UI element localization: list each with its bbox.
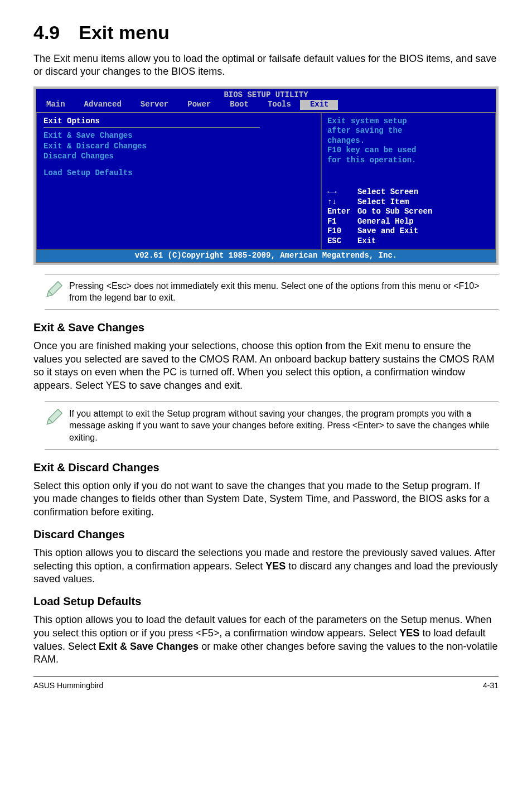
bios-help-pane: Exit system setup after saving the chang… bbox=[321, 113, 496, 250]
bios-key-row: ↑↓Select Item bbox=[327, 197, 490, 207]
bios-help-line: F10 key can be used bbox=[327, 146, 490, 156]
pencil-icon bbox=[45, 408, 69, 430]
bios-option-exit-discard: Exit & Discard Changes bbox=[43, 142, 314, 152]
subheading-discard: Discard Changes bbox=[33, 527, 499, 542]
note-block: Pressing <Esc> does not immediately exit… bbox=[45, 274, 499, 310]
bios-key: ↑↓ bbox=[327, 197, 357, 207]
subheading-exit-save: Exit & Save Changes bbox=[33, 320, 499, 335]
bios-tab-server: Server bbox=[130, 100, 177, 110]
bios-key: ESC bbox=[327, 236, 357, 247]
page-footer: ASUS Hummingbird 4-31 bbox=[33, 677, 499, 691]
pencil-icon bbox=[45, 280, 69, 302]
bios-tab-exit: Exit bbox=[300, 100, 338, 110]
bios-key-row: F1General Help bbox=[327, 217, 490, 227]
subheading-exit-discard: Exit & Discard Changes bbox=[33, 460, 499, 475]
paragraph: Once you are finished making your select… bbox=[33, 340, 499, 393]
bios-key: F10 bbox=[327, 226, 357, 236]
bold-exit-save: Exit & Save Changes bbox=[99, 641, 199, 652]
bios-key-row: F10Save and Exit bbox=[327, 226, 490, 236]
bios-key: F1 bbox=[327, 217, 357, 227]
bios-tab-advanced: Advanced bbox=[74, 100, 130, 110]
bios-tab-boot: Boot bbox=[220, 100, 258, 110]
bios-help-line: for this operation. bbox=[327, 156, 490, 166]
bios-options-header: Exit Options bbox=[43, 117, 314, 127]
bios-title: BIOS SETUP UTILITY bbox=[36, 89, 496, 100]
section-lead: The Exit menu items allow you to load th… bbox=[33, 52, 499, 79]
bios-key-desc: Save and Exit bbox=[357, 226, 418, 235]
section-number: 4.9 bbox=[33, 22, 60, 43]
bios-help-line: after saving the bbox=[327, 126, 490, 136]
bios-key-desc: Go to Sub Screen bbox=[357, 207, 432, 216]
bios-copyright: v02.61 (C)Copyright 1985-2009, American … bbox=[36, 250, 496, 262]
bios-option-exit-save: Exit & Save Changes bbox=[43, 131, 314, 141]
bios-inner: BIOS SETUP UTILITY Main Advanced Server … bbox=[36, 89, 496, 263]
paragraph: This option allows you to load the defau… bbox=[33, 613, 499, 666]
bios-tabs: Main Advanced Server Power Boot Tools Ex… bbox=[36, 100, 496, 112]
bios-key-row: EnterGo to Sub Screen bbox=[327, 207, 490, 217]
bios-screenshot: BIOS SETUP UTILITY Main Advanced Server … bbox=[33, 86, 499, 265]
bios-key-desc: Exit bbox=[357, 236, 376, 245]
subheading-load-defaults: Load Setup Defaults bbox=[33, 594, 499, 609]
bios-key-row: ←→Select Screen bbox=[327, 187, 490, 197]
note-block: If you attempt to exit the Setup program… bbox=[45, 402, 499, 450]
bios-key: ←→ bbox=[327, 187, 357, 197]
bios-tab-power: Power bbox=[177, 100, 220, 110]
section-heading: 4.9Exit menu bbox=[33, 20, 499, 46]
bios-key-desc: General Help bbox=[357, 217, 414, 226]
bios-key-desc: Select Screen bbox=[357, 187, 418, 196]
paragraph: Select this option only if you do not wa… bbox=[33, 480, 499, 519]
bios-key: Enter bbox=[327, 207, 357, 217]
bios-help-line: Exit system setup bbox=[327, 117, 490, 127]
bios-keys: ←→Select Screen ↑↓Select Item EnterGo to… bbox=[327, 187, 490, 246]
note-text: Pressing <Esc> does not immediately exit… bbox=[69, 280, 499, 304]
bios-body: Exit Options Exit & Save Changes Exit & … bbox=[36, 112, 496, 250]
bios-option-load-defaults: Load Setup Defaults bbox=[43, 168, 314, 178]
note-text: If you attempt to exit the Setup program… bbox=[69, 408, 499, 444]
footer-product: ASUS Hummingbird bbox=[33, 680, 103, 691]
bios-key-row: ESCExit bbox=[327, 236, 490, 247]
bold-yes: YES bbox=[265, 561, 286, 572]
bios-divider bbox=[43, 127, 260, 128]
bios-options-pane: Exit Options Exit & Save Changes Exit & … bbox=[36, 113, 321, 250]
bold-yes: YES bbox=[399, 627, 419, 639]
bios-option-discard: Discard Changes bbox=[43, 152, 314, 162]
bios-tab-main: Main bbox=[36, 100, 74, 110]
paragraph: This option allows you to discard the se… bbox=[33, 547, 499, 586]
bios-tab-tools: Tools bbox=[258, 100, 300, 110]
bios-help-text: Exit system setup after saving the chang… bbox=[327, 117, 490, 166]
bios-key-desc: Select Item bbox=[357, 197, 409, 206]
section-title-text: Exit menu bbox=[79, 22, 169, 43]
bios-help-line: changes. bbox=[327, 136, 490, 146]
footer-page-number: 4-31 bbox=[483, 680, 499, 691]
